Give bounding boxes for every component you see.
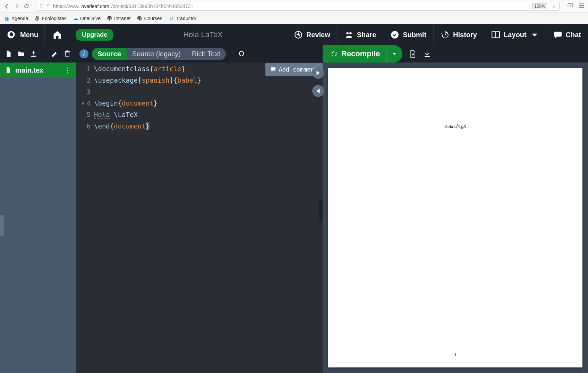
forward-button[interactable]	[13, 3, 20, 10]
zoom-badge[interactable]: 150%	[532, 3, 547, 9]
share-button[interactable]: Share	[338, 24, 384, 45]
menu-button[interactable]: Menu	[0, 24, 45, 45]
logs-icon[interactable]	[409, 50, 417, 58]
pdf-viewer[interactable]: Hola LATEX 1	[323, 63, 588, 373]
bookmarks-bar: ▦Agenda 🌐︎Ecologistas ☁OneDrive 🌐︎Intran…	[0, 13, 588, 24]
editor-panel: i Source Source (legacy) Rich Text Ω 1 2…	[76, 45, 323, 373]
app-toolbar: Menu Upgrade Hola LaTeX Review Share Sub…	[0, 24, 588, 45]
bookmark-star-icon[interactable]: ☆	[552, 3, 556, 9]
file-item-main[interactable]: main.tex ⋮	[0, 63, 76, 78]
url-path: /project/63113990b104b0464053d731	[111, 3, 194, 9]
info-icon[interactable]: i	[79, 49, 88, 58]
pane-arrow-left[interactable]	[312, 85, 324, 97]
tab-source-legacy[interactable]: Source (legacy)	[127, 48, 186, 60]
symbol-palette-button[interactable]: Ω	[233, 45, 247, 63]
bookmark-intranet[interactable]: 🌐︎Intranet	[107, 16, 130, 21]
recompile-button[interactable]: Recompile	[323, 49, 386, 58]
recompile-dropdown[interactable]	[386, 45, 402, 63]
chevron-down-icon	[392, 51, 397, 56]
hamburger-menu-icon[interactable]	[578, 2, 585, 10]
review-icon	[294, 30, 303, 39]
code-editor[interactable]: 1 2 3 ▾4 5 6 \documentclass{article} \us…	[76, 63, 323, 373]
submit-icon	[390, 30, 399, 39]
rename-icon[interactable]	[51, 50, 59, 58]
chat-icon	[553, 30, 562, 39]
main-area: main.tex ⋮ ‹ i Source Source (legacy) Ri…	[0, 45, 588, 373]
cloud-icon: ☁	[73, 16, 78, 21]
delete-icon[interactable]	[63, 50, 71, 58]
url-host: overleaf.com	[81, 3, 109, 9]
back-button[interactable]	[3, 3, 10, 10]
left-panel-collapse[interactable]: ‹	[0, 215, 4, 236]
globe-icon: 🌐︎	[107, 16, 112, 21]
overleaf-logo-icon	[6, 30, 16, 40]
editor-mode-tabs: Source Source (legacy) Rich Text	[92, 48, 226, 60]
layout-icon	[491, 30, 500, 39]
review-button[interactable]: Review	[287, 24, 338, 45]
preview-panel: Recompile Hola LATEX 1	[323, 45, 588, 373]
globe-icon: 🌐︎	[137, 16, 143, 21]
home-icon	[52, 30, 62, 40]
download-icon[interactable]	[423, 50, 432, 58]
bookmark-onedrive[interactable]: ☁OneDrive	[73, 16, 101, 21]
bookmark-agenda[interactable]: ▦Agenda	[4, 16, 28, 21]
bookmark-ecologistas[interactable]: 🌐︎Ecologistas	[34, 16, 67, 21]
file-toolbar	[0, 45, 76, 63]
home-button[interactable]	[45, 24, 70, 45]
refresh-icon	[330, 50, 338, 58]
editor-toolbar: i Source Source (legacy) Rich Text Ω	[76, 45, 323, 63]
editor-collapse[interactable]: ›	[319, 199, 323, 219]
upgrade-button[interactable]: Upgrade	[76, 29, 113, 41]
lock-icon	[46, 4, 51, 9]
svg-point-2	[346, 32, 349, 34]
url-prefix: https://www.	[53, 3, 79, 9]
preview-toolbar: Recompile	[323, 45, 588, 63]
tab-rich-text[interactable]: Rich Text	[186, 48, 226, 60]
pdf-page-number: 1	[454, 351, 457, 357]
file-icon	[5, 67, 12, 74]
new-file-icon[interactable]	[5, 50, 12, 58]
history-button[interactable]: History	[434, 24, 484, 45]
file-panel: main.tex ⋮ ‹	[0, 45, 76, 373]
translate-icon: ⇄	[169, 16, 174, 21]
pdf-text: Hola LATEX	[444, 124, 467, 129]
pane-arrow-right[interactable]	[312, 67, 324, 79]
comment-icon	[270, 66, 276, 73]
tab-source[interactable]: Source	[92, 48, 127, 60]
code-content[interactable]: \documentclass{article} \usepackage[span…	[94, 63, 323, 373]
reload-button[interactable]	[23, 3, 30, 10]
project-title[interactable]: Hola LaTeX	[119, 30, 287, 39]
share-icon	[344, 30, 353, 39]
svg-point-3	[349, 32, 352, 34]
history-icon	[441, 30, 450, 39]
submit-button[interactable]: Submit	[383, 24, 434, 45]
file-menu-icon[interactable]: ⋮	[64, 66, 71, 74]
upload-icon[interactable]	[30, 50, 37, 58]
chat-button[interactable]: Chat	[546, 24, 588, 45]
fold-marker-icon[interactable]: ▾	[81, 99, 85, 107]
globe-icon: 🌐︎	[34, 16, 40, 21]
bookmark-traductor[interactable]: ⇄Traductor	[169, 16, 196, 21]
url-bar[interactable]: https://www.overleaf.com/project/6311399…	[36, 2, 560, 11]
line-gutter: 1 2 3 ▾4 5 6	[76, 63, 94, 373]
pdf-page: Hola LATEX 1	[328, 68, 582, 367]
pocket-icon[interactable]	[567, 2, 573, 10]
new-folder-icon[interactable]	[17, 50, 25, 58]
shield-icon	[39, 4, 44, 9]
svg-rect-0	[568, 3, 573, 7]
browser-chrome: https://www.overleaf.com/project/6311399…	[0, 0, 588, 13]
layout-button[interactable]: Layout	[484, 24, 546, 45]
chevron-down-icon	[530, 30, 539, 39]
calendar-icon: ▦	[4, 16, 10, 21]
recompile-button-group: Recompile	[323, 45, 402, 63]
bookmark-courses[interactable]: 🌐︎Courses	[137, 16, 162, 21]
